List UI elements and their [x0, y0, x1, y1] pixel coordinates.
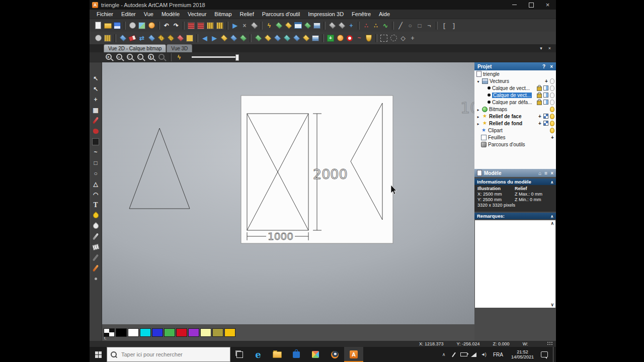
nudge-left-icon[interactable]: ◀ [200, 34, 209, 43]
brush-tool-icon[interactable] [91, 253, 101, 262]
pen-tray-icon[interactable] [449, 347, 459, 362]
menu-modele[interactable]: Modèle [157, 11, 184, 17]
relief-green2-icon[interactable] [303, 21, 312, 30]
tree-item-parcours[interactable]: Parcours d'outils [474, 141, 556, 148]
brush2-tool-icon[interactable] [91, 263, 101, 273]
scroll-up-icon[interactable]: ∧ [550, 221, 554, 226]
menu-fichier[interactable]: Fichier [93, 11, 117, 17]
color-swatch[interactable] [212, 328, 223, 337]
tree-item-root[interactable]: triengle [474, 70, 556, 77]
select-tool-icon[interactable]: ↖ [91, 73, 101, 83]
transform-arrows-icon[interactable]: ⇄ [137, 34, 146, 43]
eraser-tool-icon[interactable] [91, 242, 101, 252]
transform-tool-icon[interactable]: + [91, 95, 101, 104]
tree-item-label-selected[interactable]: Calque de vect... [492, 93, 532, 98]
expander-closed-icon[interactable] [476, 121, 480, 126]
color-swatch[interactable] [200, 328, 211, 337]
snap-grid-icon[interactable] [206, 21, 215, 30]
tree-item-layer-2-selected[interactable]: Calque de vect... [474, 92, 556, 99]
zoom-selection-icon[interactable]: ◦ [136, 53, 145, 62]
select-ellipse-icon[interactable] [389, 34, 398, 43]
swatch-gold-icon[interactable] [185, 34, 194, 43]
visibility-bulb-icon[interactable] [550, 85, 554, 91]
paint-tool-icon[interactable] [91, 126, 101, 136]
tree-item-label[interactable]: Calque par défa... [492, 100, 532, 105]
language-indicator[interactable]: FRA [489, 352, 507, 357]
zoom-slider[interactable] [192, 56, 238, 58]
snap-grid2-icon[interactable] [103, 34, 112, 43]
expander-closed-icon[interactable] [476, 114, 480, 119]
bracket-right-icon[interactable]: ] [449, 21, 458, 30]
zoom-100-icon[interactable]: 1 [147, 53, 156, 62]
relief-teal-icon[interactable] [282, 34, 291, 43]
circle-gray-icon[interactable]: ○ [406, 21, 415, 30]
zoom-previous-icon[interactable] [157, 53, 167, 62]
menu-icon[interactable] [544, 170, 547, 176]
circle-tool-icon[interactable]: ○ [91, 168, 101, 178]
arc-tool-icon[interactable]: ◠ [91, 190, 101, 199]
zoom-fit-icon[interactable]: ▫ [126, 53, 135, 62]
tree-item-label[interactable]: Relief de face [489, 114, 521, 119]
vector-select-icon[interactable]: ▶ [230, 21, 239, 30]
add-relief-icon[interactable]: + [347, 21, 356, 30]
add-layer-icon[interactable] [544, 78, 548, 84]
merge-layer-icon[interactable] [543, 85, 548, 90]
zoom-in-icon[interactable]: + [105, 53, 114, 62]
trim-vectors-icon[interactable]: × [240, 21, 249, 30]
color-swatch[interactable] [116, 328, 127, 337]
snap-lightning-icon[interactable]: ϟ [175, 53, 184, 62]
vector-triangle-left[interactable] [129, 128, 190, 209]
lock-icon[interactable] [537, 101, 542, 105]
relief-green-icon[interactable] [274, 21, 283, 30]
pencil2-tool-icon[interactable] [91, 232, 101, 241]
tree-item-label[interactable]: Vecteurs [490, 78, 509, 84]
menu-vecteur[interactable]: Vecteur [184, 11, 210, 17]
lock-icon[interactable] [537, 86, 542, 91]
tree-item-vecteurs[interactable]: Vecteurs [474, 77, 556, 84]
merge-layer-icon[interactable] [543, 100, 548, 105]
smudge-tool-icon[interactable] [91, 274, 101, 284]
remarks-header[interactable]: Remarques: [474, 213, 556, 219]
layers-stack-icon[interactable] [311, 34, 320, 43]
corner-gray-icon[interactable]: ¬ [425, 21, 434, 30]
tree-item-layer-1[interactable]: Calque de vect... [474, 84, 556, 92]
action-center-icon[interactable] [541, 351, 548, 357]
tree-item-feuilles[interactable]: Feuilles [474, 134, 556, 141]
vector-red-icon[interactable] [176, 34, 185, 43]
taskbar-file-explorer[interactable] [268, 347, 287, 362]
node-points2-icon[interactable]: ∴ [371, 21, 380, 30]
render-preview-icon[interactable] [128, 21, 137, 30]
color-swatch[interactable] [188, 328, 199, 337]
color-swatch[interactable] [140, 328, 151, 337]
tree-item-label[interactable]: Feuilles [488, 135, 505, 140]
tree-item-layer-default[interactable]: Calque par défa... [474, 99, 556, 106]
snap-guides-icon[interactable] [215, 21, 224, 30]
visibility-bulb-icon[interactable] [550, 121, 554, 126]
undo-icon[interactable]: ↶ [162, 21, 171, 30]
visibility-bulb-icon[interactable] [550, 78, 554, 84]
relief-gold3-icon[interactable] [301, 34, 310, 43]
menu-impression-3d[interactable]: Impression 3D [304, 11, 348, 17]
model-info-header[interactable]: Informations du modèle [474, 178, 556, 185]
guide-film2-icon[interactable] [196, 21, 205, 30]
select-poly-icon[interactable]: ◇ [398, 34, 408, 43]
grid-tool-icon[interactable]: ▦ [91, 105, 101, 115]
menu-aide[interactable]: Aide [375, 11, 394, 17]
relief-blue-icon[interactable] [273, 34, 282, 43]
relief-gray-icon[interactable] [328, 21, 337, 30]
zoom-slider-handle[interactable] [235, 54, 239, 61]
menu-parcours-outil[interactable]: Parcours d'outil [258, 11, 304, 17]
menu-bitmap[interactable]: Bitmap [210, 11, 235, 17]
vector-pair-icon[interactable] [147, 34, 156, 43]
bitmap-image-icon[interactable] [137, 21, 146, 30]
start-button[interactable] [90, 347, 107, 362]
canvas-2d-view[interactable]: 2000 1000 10 [102, 62, 474, 324]
expander-closed-icon[interactable] [476, 107, 480, 112]
target-icon[interactable] [345, 34, 354, 43]
snap-circle-icon[interactable] [94, 34, 103, 43]
taskbar-store[interactable] [287, 347, 306, 362]
color-swatch[interactable] [128, 328, 139, 337]
guide-film-icon[interactable] [187, 21, 196, 30]
offset-vector-icon[interactable] [250, 21, 259, 30]
task-view-button[interactable] [230, 347, 249, 362]
